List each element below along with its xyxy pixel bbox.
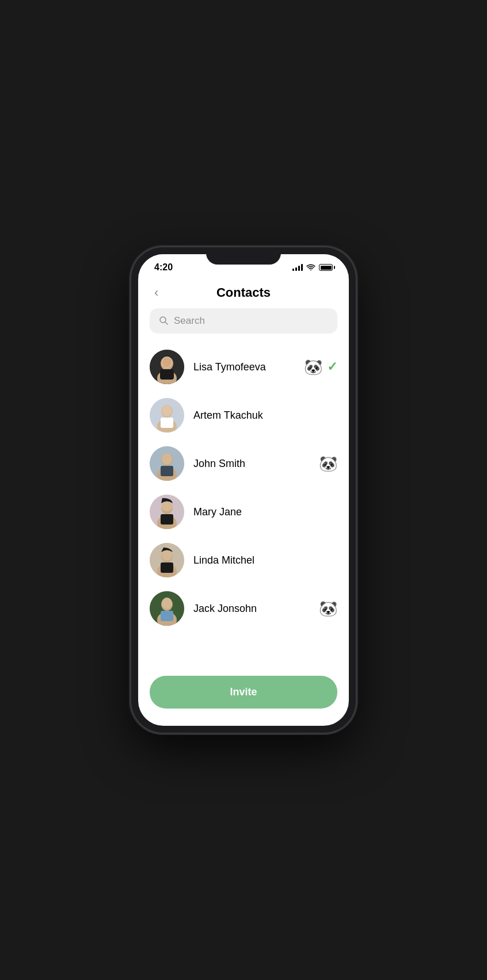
search-placeholder: Search: [174, 315, 205, 327]
page-header: ‹ Contacts: [150, 276, 337, 308]
avatar: [150, 350, 184, 384]
panda-icon: 🐼: [304, 358, 322, 376]
status-time: 4:20: [154, 262, 173, 273]
avatar: [150, 543, 184, 577]
avatar: [150, 446, 184, 481]
contact-status-icons: 🐼 ✓: [304, 358, 337, 376]
svg-point-31: [162, 598, 172, 609]
list-item[interactable]: Linda Mitchel: [150, 536, 337, 584]
list-item[interactable]: John Smith 🐼: [150, 439, 337, 488]
svg-point-11: [162, 405, 172, 416]
list-item[interactable]: Lisa Tymofeeva 🐼 ✓: [150, 343, 337, 391]
battery-icon: [319, 264, 333, 271]
invite-button[interactable]: Invite: [150, 676, 337, 709]
phone-screen: 4:20: [138, 254, 349, 726]
status-icons: [292, 263, 333, 272]
contact-name: Mary Jane: [193, 506, 337, 518]
avatar: [150, 591, 184, 626]
svg-rect-17: [161, 466, 173, 476]
svg-rect-12: [161, 418, 173, 428]
search-icon: [159, 316, 168, 327]
search-bar[interactable]: Search: [150, 308, 337, 334]
contacts-list: Lisa Tymofeeva 🐼 ✓: [150, 343, 337, 633]
avatar: [150, 398, 184, 432]
notch: [206, 247, 281, 265]
spacer: [150, 633, 337, 664]
list-item[interactable]: Jack Jonsohn 🐼: [150, 584, 337, 633]
contact-status-icons: 🐼: [319, 455, 337, 473]
svg-point-21: [161, 501, 173, 511]
svg-point-26: [162, 549, 172, 561]
contact-name: Artem Tkachuk: [193, 409, 337, 422]
content-area: ‹ Contacts Search: [138, 276, 349, 726]
check-icon: ✓: [327, 359, 337, 374]
contact-name: Jack Jonsohn: [193, 603, 319, 615]
svg-line-1: [165, 322, 168, 324]
avatar: [150, 495, 184, 529]
list-item[interactable]: Artem Tkachuk: [150, 391, 337, 439]
page-title: Contacts: [216, 285, 271, 300]
svg-rect-6: [160, 369, 174, 380]
phone-frame: 4:20: [131, 247, 356, 733]
panda-icon: 🐼: [319, 600, 337, 618]
svg-rect-27: [161, 562, 173, 573]
list-item[interactable]: Mary Jane: [150, 488, 337, 536]
svg-rect-32: [161, 611, 173, 621]
contact-name: John Smith: [193, 458, 319, 470]
contact-name: Lisa Tymofeeva: [193, 361, 304, 373]
wifi-icon: [306, 263, 315, 272]
signal-icon: [292, 264, 303, 271]
search-container: Search: [150, 308, 337, 334]
invite-button-container: Invite: [150, 664, 337, 726]
back-button[interactable]: ‹: [150, 284, 163, 301]
svg-point-16: [162, 453, 172, 465]
panda-icon: 🐼: [319, 455, 337, 473]
contact-name: Linda Mitchel: [193, 554, 337, 566]
contact-status-icons: 🐼: [319, 600, 337, 618]
svg-rect-22: [161, 514, 173, 525]
